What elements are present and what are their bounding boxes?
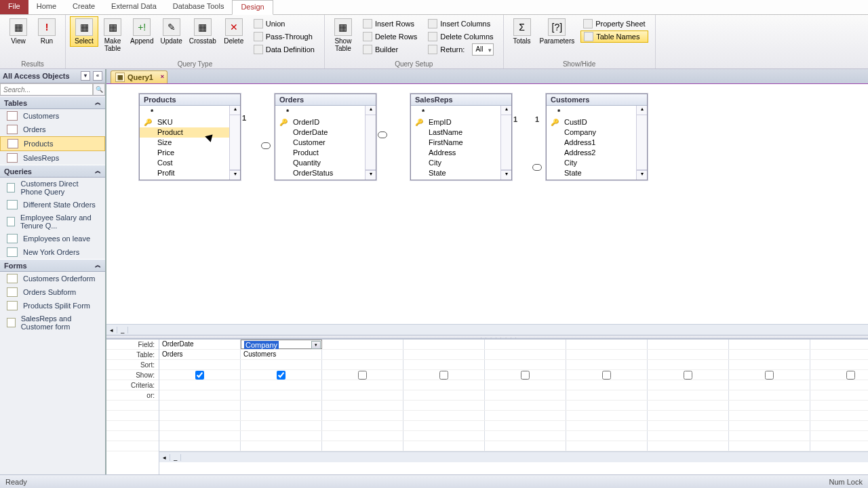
field-address[interactable]: Address	[411, 148, 511, 158]
join-orders-salesreps[interactable]	[378, 131, 387, 140]
qbe-or-0[interactable]	[159, 390, 241, 400]
table-products[interactable]: Products * SKU Product Size Price Cost P…	[139, 94, 241, 180]
crosstab-button[interactable]: ▦Crosstab	[186, 16, 220, 47]
qbe-show-0[interactable]	[159, 370, 241, 380]
table-names-button[interactable]: Table Names	[580, 30, 648, 43]
show-checkbox[interactable]	[846, 371, 855, 380]
return-combo[interactable]: Return: All	[425, 43, 496, 56]
field-star[interactable]: *	[411, 107, 511, 117]
search-icon[interactable]: 🔍	[93, 83, 105, 96]
nav-dropdown-icon[interactable]: ▾	[81, 71, 90, 81]
qbe-table-0[interactable]: Orders	[159, 350, 241, 359]
qbe-field-blank[interactable]	[322, 340, 403, 349]
field-product[interactable]: Product	[275, 148, 376, 158]
field-quantity[interactable]: Quantity	[275, 158, 376, 168]
delete-rows-button[interactable]: Delete Rows	[360, 30, 420, 43]
qbe-scroll-nav[interactable]: ◂⎯	[159, 451, 868, 462]
scroll-up-icon[interactable]: ▴	[501, 106, 511, 115]
qbe-columns[interactable]: OrderDate Company▾ Orders Customers	[159, 340, 868, 474]
field-state[interactable]: State	[547, 168, 647, 178]
field-orderdate[interactable]: OrderDate	[275, 127, 376, 138]
scroll-up-icon[interactable]: ▴	[637, 106, 647, 115]
data-definition-button[interactable]: Data Definition	[251, 43, 317, 56]
insert-columns-button[interactable]: Insert Columns	[425, 18, 496, 30]
scroll-up-icon[interactable]: ▴	[230, 106, 240, 115]
nav-item-query[interactable]: Employee Salary and Tenure Q...	[0, 211, 105, 232]
run-button[interactable]: !Run	[33, 16, 61, 47]
table-salesreps[interactable]: SalesReps * EmpID LastName FirstName Add…	[410, 94, 512, 180]
nav-item-query[interactable]: Customers Direct Phone Query	[0, 178, 105, 198]
nav-item-form[interactable]: Products Spilit Form	[0, 299, 105, 312]
field-address1[interactable]: Address1	[547, 138, 647, 148]
field-address2[interactable]: Address2	[547, 148, 647, 158]
canvas-scroll-nav[interactable]: ◂⎯	[106, 324, 868, 335]
show-checkbox[interactable]	[439, 371, 448, 380]
make-table-button[interactable]: ▦Make Table	[98, 16, 127, 54]
show-checkbox[interactable]	[684, 371, 692, 380]
scrollbar[interactable]: ▴▾	[500, 106, 511, 180]
nav-item-customers[interactable]: Customers	[0, 109, 105, 123]
qbe-field-blank[interactable]	[566, 340, 648, 349]
scrollbar[interactable]: ▴▾	[365, 106, 376, 180]
nav-item-products[interactable]: Products	[0, 136, 105, 151]
parameters-button[interactable]: [?]Parameters	[536, 16, 578, 47]
nav-collapse-icon[interactable]: «	[93, 71, 102, 81]
show-checkbox[interactable]	[765, 371, 774, 380]
tab-database-tools[interactable]: Database Tools	[165, 0, 233, 14]
pass-through-button[interactable]: Pass-Through	[251, 30, 317, 43]
view-button[interactable]: ▦View	[4, 16, 33, 47]
join-salesreps-customers-left[interactable]: 1	[513, 115, 517, 123]
field-orderid[interactable]: OrderID	[275, 117, 376, 127]
field-sku[interactable]: SKU	[140, 117, 240, 127]
tab-home[interactable]: Home	[28, 0, 64, 14]
field-product[interactable]: Product	[140, 127, 240, 138]
table-orders[interactable]: Orders * OrderID OrderDate Customer Prod…	[275, 94, 376, 180]
nav-item-query[interactable]: Different State Orders	[0, 198, 105, 211]
field-firstname[interactable]: FirstName	[411, 138, 511, 148]
qbe-criteria-0[interactable]	[159, 380, 241, 390]
qbe-field-blank[interactable]	[485, 340, 566, 349]
tab-file[interactable]: File	[0, 0, 28, 14]
show-checkbox[interactable]	[521, 371, 530, 380]
property-sheet-button[interactable]: Property Sheet	[580, 18, 648, 30]
return-value[interactable]: All	[472, 43, 493, 56]
scroll-handle-icon[interactable]: ⎯	[117, 327, 128, 333]
scroll-up-icon[interactable]: ▴	[366, 106, 376, 115]
delete-query-button[interactable]: ✕Delete	[220, 16, 248, 47]
field-size[interactable]: Size	[140, 138, 240, 148]
field-customer[interactable]: Customer	[275, 138, 376, 148]
search-input[interactable]	[0, 83, 93, 96]
nav-item-orders[interactable]: Orders	[0, 123, 105, 136]
show-checkbox[interactable]	[277, 371, 285, 380]
field-lastname[interactable]: LastName	[411, 127, 511, 138]
builder-button[interactable]: Builder	[360, 43, 420, 56]
scroll-left-icon[interactable]: ◂	[159, 454, 170, 461]
tab-external-data[interactable]: External Data	[103, 0, 165, 14]
scroll-down-icon[interactable]: ▾	[230, 170, 240, 180]
field-price[interactable]: Price	[140, 148, 240, 158]
qbe-or-1[interactable]	[241, 390, 322, 400]
select-query-button[interactable]: ▦Select	[70, 16, 98, 47]
field-city[interactable]: City	[547, 158, 647, 168]
field-star[interactable]: *	[547, 107, 647, 117]
totals-button[interactable]: ΣTotals	[508, 16, 536, 47]
show-checkbox[interactable]	[358, 371, 367, 380]
field-company[interactable]: Company	[547, 127, 647, 138]
qbe-field-blank[interactable]	[729, 340, 810, 349]
field-state[interactable]: State	[411, 168, 511, 178]
field-city[interactable]: City	[411, 158, 511, 168]
scroll-down-icon[interactable]: ▾	[366, 170, 376, 180]
nav-item-query[interactable]: Employees on leave	[0, 232, 105, 245]
field-orderstatus[interactable]: OrderStatus	[275, 168, 376, 178]
join-salesreps-customers-right[interactable]: 1	[535, 115, 539, 123]
field-empid[interactable]: EmpID	[411, 117, 511, 127]
delete-columns-button[interactable]: Delete Columns	[425, 30, 496, 43]
qbe-table-1[interactable]: Customers	[241, 350, 322, 359]
tab-design[interactable]: Design	[232, 0, 273, 15]
qbe-field-0[interactable]: OrderDate	[159, 340, 241, 349]
tab-create[interactable]: Create	[64, 0, 103, 14]
nav-section-tables[interactable]: Tables︽	[0, 96, 105, 109]
join-link-icon[interactable]	[261, 142, 271, 150]
field-star[interactable]: *	[140, 107, 240, 117]
qbe-field-blank[interactable]	[810, 340, 868, 349]
